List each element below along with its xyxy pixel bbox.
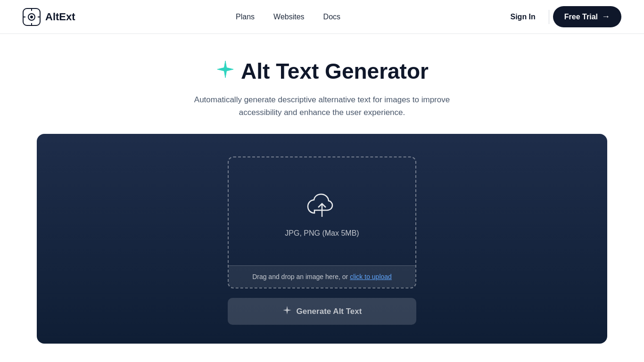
hero-section: Alt Text Generator Automatically generat…: [0, 34, 644, 134]
free-trial-label: Free Trial: [564, 13, 598, 21]
nav-docs[interactable]: Docs: [323, 13, 340, 21]
nav-links: Plans Websites Docs: [236, 13, 340, 21]
upload-icon-wrapper: [307, 192, 337, 221]
free-trial-button[interactable]: Free Trial →: [553, 6, 621, 27]
svg-point-2: [30, 16, 33, 18]
navbar: AltExt Plans Websites Docs Sign In Free …: [0, 0, 644, 34]
bottom-tagline-section: Let AI write your alt text. Automaticall…: [0, 344, 644, 362]
drop-instruction: Drag and drop an image here, or click to…: [252, 273, 392, 280]
nav-divider: [549, 10, 549, 24]
nav-actions: Sign In Free Trial →: [501, 6, 621, 27]
generate-sparkle-icon: [282, 305, 292, 317]
logo-icon: [23, 8, 41, 26]
sign-in-button[interactable]: Sign In: [501, 8, 545, 26]
upload-cloud-icon: [307, 192, 337, 219]
arrow-icon: →: [602, 12, 610, 22]
upload-format-text: JPG, PNG (Max 5MB): [285, 229, 359, 238]
hero-subtitle: Automatically generate descriptive alter…: [176, 93, 468, 119]
drop-text-bar: Drag and drop an image here, or click to…: [229, 265, 415, 288]
hero-title-text: Alt Text Generator: [241, 58, 429, 84]
logo[interactable]: AltExt: [23, 8, 75, 26]
nav-websites[interactable]: Websites: [273, 13, 305, 21]
nav-plans[interactable]: Plans: [236, 13, 255, 21]
brand-name: AltExt: [45, 11, 75, 23]
drop-zone[interactable]: JPG, PNG (Max 5MB) Drag and drop an imag…: [228, 156, 416, 288]
sparkle-icon: [215, 59, 235, 83]
generate-button[interactable]: Generate Alt Text: [228, 298, 416, 325]
drop-text-part1: Drag and drop an image here, or: [252, 273, 350, 280]
generate-label: Generate Alt Text: [297, 307, 362, 316]
upload-section: JPG, PNG (Max 5MB) Drag and drop an imag…: [37, 134, 607, 344]
drop-text-link: click to upload: [350, 273, 392, 280]
hero-title-container: Alt Text Generator: [23, 58, 621, 84]
